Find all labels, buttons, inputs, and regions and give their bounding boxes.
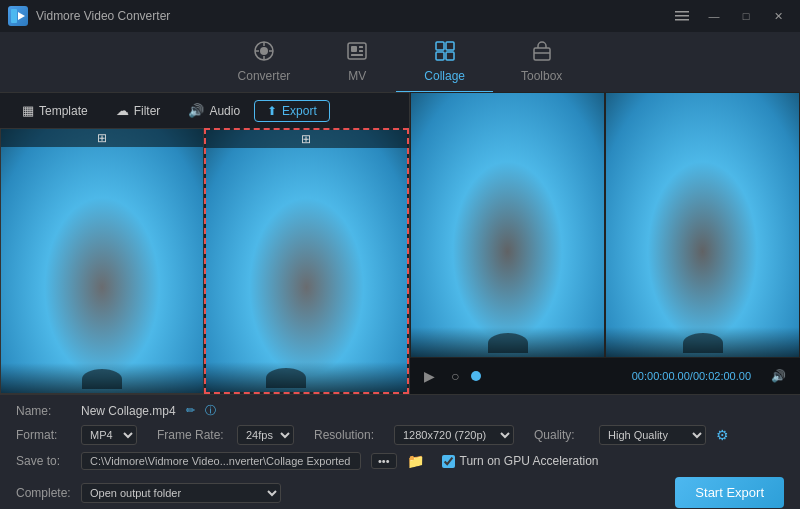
name-value: New Collage.mp4 [81, 404, 176, 418]
tab-toolbox[interactable]: Toolbox [493, 32, 590, 93]
tab-mv-label: MV [348, 69, 366, 83]
play-button[interactable]: ▶ [420, 366, 439, 386]
svg-rect-19 [446, 52, 454, 60]
svg-point-6 [260, 47, 268, 55]
complete-row: Complete: Open output folder Do nothing … [16, 477, 784, 508]
save-to-label: Save to: [16, 454, 71, 468]
main-content: ▦ Template ☁ Filter 🔊 Audio ⬆ Export ⊞ [0, 92, 800, 394]
svg-rect-4 [675, 19, 689, 21]
tab-collage[interactable]: Collage [396, 32, 493, 93]
left-toolbar: ▦ Template ☁ Filter 🔊 Audio ⬆ Export [0, 92, 409, 128]
video-grid: ⊞ ⊞ [0, 128, 409, 394]
template-icon: ▦ [22, 103, 34, 118]
preview-grid [410, 92, 800, 358]
settings-panel: Name: New Collage.mp4 ✏ ⓘ Format: MP4 MO… [0, 394, 800, 509]
edit-icon[interactable]: ✏ [186, 404, 195, 417]
title-bar: Vidmore Video Converter — □ ✕ [0, 0, 800, 32]
open-folder-button[interactable]: 📁 [407, 453, 424, 469]
cell-header-1: ⊞ [1, 129, 203, 147]
close-button[interactable]: ✕ [764, 6, 792, 26]
svg-rect-18 [436, 52, 444, 60]
start-export-button[interactable]: Start Export [675, 477, 784, 508]
figure-2 [266, 368, 306, 388]
video-cell-2[interactable]: ⊞ [204, 128, 410, 394]
svg-rect-15 [351, 54, 363, 56]
menu-button[interactable] [668, 6, 696, 26]
quality-select[interactable]: High Quality Medium Quality [599, 425, 706, 445]
export-icon: ⬆ [267, 104, 277, 118]
video-thumb-1: ⊞ [1, 129, 203, 393]
time-display: 00:00:00.00/00:02:00.00 [632, 370, 751, 382]
shadow-overlay-2 [206, 362, 408, 392]
video-thumb-2: ⊞ [206, 130, 408, 392]
export-button[interactable]: ⬆ Export [254, 100, 330, 122]
film-icon-2: ⊞ [301, 132, 311, 146]
browse-dots-button[interactable]: ••• [371, 453, 397, 469]
svg-rect-3 [675, 15, 689, 17]
filter-button[interactable]: ☁ Filter [102, 99, 175, 122]
progress-dot [471, 371, 481, 381]
collage-icon [434, 40, 456, 65]
mv-icon [346, 40, 368, 65]
format-label: Format: [16, 428, 71, 442]
resolution-label: Resolution: [314, 428, 384, 442]
gpu-label: Turn on GPU Acceleration [460, 454, 599, 468]
svg-rect-14 [359, 50, 363, 52]
svg-rect-16 [436, 42, 444, 50]
gpu-checkbox[interactable] [442, 455, 455, 468]
complete-label: Complete: [16, 486, 71, 500]
quality-label: Quality: [534, 428, 589, 442]
frame-rate-select[interactable]: 24fps 25fps 30fps [237, 425, 294, 445]
tab-collage-label: Collage [424, 69, 465, 83]
audio-icon: 🔊 [188, 103, 204, 118]
format-row: Format: MP4 MOV AVI Frame Rate: 24fps 25… [16, 425, 784, 445]
stop-button[interactable]: ○ [447, 366, 463, 386]
svg-rect-17 [446, 42, 454, 50]
gear-icon[interactable]: ⚙ [716, 427, 729, 443]
minimize-button[interactable]: — [700, 6, 728, 26]
complete-select[interactable]: Open output folder Do nothing Shut down … [81, 483, 281, 503]
template-button[interactable]: ▦ Template [8, 99, 102, 122]
cell-header-2: ⊞ [206, 130, 408, 148]
svg-rect-20 [534, 48, 550, 60]
preview-cell-2 [605, 92, 800, 358]
tab-converter[interactable]: Converter [210, 32, 319, 93]
tab-converter-label: Converter [238, 69, 291, 83]
svg-marker-1 [18, 12, 25, 20]
app-title: Vidmore Video Converter [36, 9, 170, 23]
svg-rect-12 [351, 46, 357, 52]
save-path: C:\Vidmore\Vidmore Video...nverter\Colla… [81, 452, 361, 470]
nav-bar: Converter MV Collage [0, 32, 800, 92]
filter-icon: ☁ [116, 103, 129, 118]
preview-cell-1 [410, 92, 605, 358]
audio-button[interactable]: 🔊 Audio [174, 99, 254, 122]
converter-icon [253, 40, 275, 65]
info-icon[interactable]: ⓘ [205, 403, 216, 418]
svg-rect-0 [11, 9, 17, 23]
frame-rate-label: Frame Rate: [157, 428, 227, 442]
resolution-select[interactable]: 1280x720 (720p) 1920x1080 (1080p) [394, 425, 514, 445]
svg-rect-2 [675, 11, 689, 13]
toolbox-icon [531, 40, 553, 65]
svg-rect-13 [359, 46, 363, 48]
tab-mv[interactable]: MV [318, 32, 396, 93]
tab-toolbox-label: Toolbox [521, 69, 562, 83]
volume-button[interactable]: 🔊 [767, 367, 790, 385]
gpu-acceleration-wrapper: Turn on GPU Acceleration [442, 454, 599, 468]
format-select[interactable]: MP4 MOV AVI [81, 425, 137, 445]
app-logo [8, 6, 28, 26]
video-cell-1[interactable]: ⊞ [0, 128, 204, 394]
maximize-button[interactable]: □ [732, 6, 760, 26]
window-controls: — □ ✕ [668, 6, 792, 26]
save-to-row: Save to: C:\Vidmore\Vidmore Video...nver… [16, 452, 784, 470]
figure-1 [82, 369, 122, 389]
right-panel: ▶ ○ 00:00:00.00/00:02:00.00 🔊 [410, 92, 800, 394]
name-label: Name: [16, 404, 71, 418]
preview-controls: ▶ ○ 00:00:00.00/00:02:00.00 🔊 [410, 358, 800, 394]
name-row: Name: New Collage.mp4 ✏ ⓘ [16, 403, 784, 418]
film-icon-1: ⊞ [97, 131, 107, 145]
title-bar-left: Vidmore Video Converter [8, 6, 170, 26]
left-panel: ▦ Template ☁ Filter 🔊 Audio ⬆ Export ⊞ [0, 92, 410, 394]
